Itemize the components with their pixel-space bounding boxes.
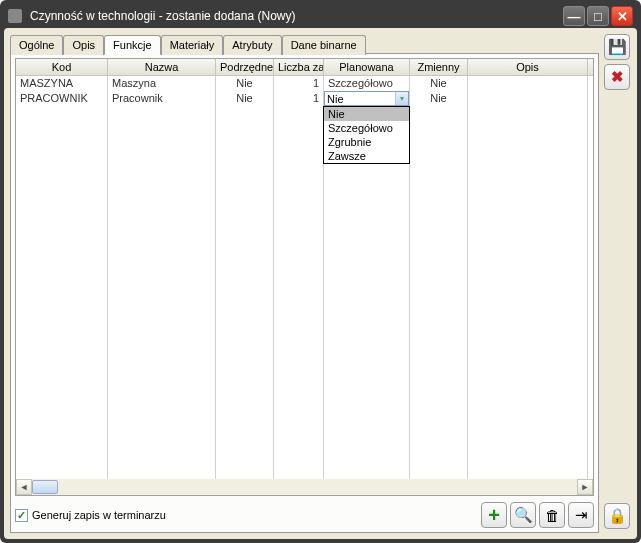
grid: Kod Nazwa Podrzędne Liczba zas Planowana…	[15, 58, 594, 496]
tab-atrybuty[interactable]: Atrybuty	[223, 35, 281, 55]
cell-nazwa[interactable]: Pracownik	[108, 91, 215, 106]
tab-dane-binarne[interactable]: Dane binarne	[282, 35, 366, 55]
chevron-down-icon[interactable]: ▾	[395, 92, 408, 105]
tab-strip: Ogólne Opis Funkcje Materiały Atrybuty D…	[10, 34, 599, 54]
minimize-button[interactable]: —	[563, 6, 585, 26]
checkbox-label: Generuj zapis w terminarzu	[32, 509, 166, 521]
dropdown-value: Nie	[327, 93, 395, 105]
bottom-row: ✓ Generuj zapis w terminarzu + 🔍 🗑 ⇥	[15, 502, 594, 528]
cell-kod[interactable]: MASZYNA	[16, 76, 107, 91]
col-header-planowana[interactable]: Planowana	[324, 59, 410, 75]
col-header-nazwa[interactable]: Nazwa	[108, 59, 216, 75]
tab-funkcje[interactable]: Funkcje	[104, 35, 161, 55]
client-area: Ogólne Opis Funkcje Materiały Atrybuty D…	[4, 28, 637, 539]
col-header-opis[interactable]: Opis	[468, 59, 588, 75]
cell-podrzedne[interactable]: Nie	[216, 76, 273, 91]
grid-header: Kod Nazwa Podrzędne Liczba zas Planowana…	[16, 59, 593, 76]
close-button[interactable]: ✕	[611, 6, 633, 26]
col-header-liczba[interactable]: Liczba zas	[274, 59, 324, 75]
tab-panel: Kod Nazwa Podrzędne Liczba zas Planowana…	[10, 53, 599, 533]
dropdown-option[interactable]: Nie	[324, 107, 409, 121]
save-button[interactable]: 💾	[604, 34, 630, 60]
add-button[interactable]: +	[481, 502, 507, 528]
titlebar: Czynność w technologii - zostanie dodana…	[4, 4, 637, 28]
dropdown-option[interactable]: Zawsze	[324, 149, 409, 163]
cell-nazwa[interactable]: Maszyna	[108, 76, 215, 91]
col-header-kod[interactable]: Kod	[16, 59, 108, 75]
tab-ogolne[interactable]: Ogólne	[10, 35, 63, 55]
cell-planowana[interactable]: Szczegółowo	[324, 76, 409, 91]
scroll-right-icon[interactable]: ►	[577, 479, 593, 495]
scroll-left-icon[interactable]: ◄	[16, 479, 32, 495]
tab-materialy[interactable]: Materiały	[161, 35, 224, 55]
cancel-button[interactable]: ✖	[604, 64, 630, 90]
window-title: Czynność w technologii - zostanie dodana…	[26, 9, 563, 23]
dropdown-option[interactable]: Szczegółowo	[324, 121, 409, 135]
cell-kod[interactable]: PRACOWNIK	[16, 91, 107, 106]
cell-zmienny[interactable]: Nie	[410, 76, 467, 91]
cell-opis[interactable]	[468, 91, 587, 106]
dropdown-list: Nie Szczegółowo Zgrubnie Zawsze	[323, 106, 410, 164]
tab-opis[interactable]: Opis	[63, 35, 104, 55]
cell-liczba[interactable]: 1	[274, 91, 323, 106]
grid-body: MASZYNA PRACOWNIK Maszyna Pracownik Nie …	[16, 76, 593, 479]
side-toolbar: 💾 ✖ 🔒	[603, 34, 631, 533]
lock-button[interactable]: 🔒	[604, 503, 630, 529]
col-header-zmienny[interactable]: Zmienny	[410, 59, 468, 75]
search-button[interactable]: 🔍	[510, 502, 536, 528]
cell-planowana-dropdown[interactable]: Nie ▾	[324, 91, 409, 106]
cell-opis[interactable]	[468, 76, 587, 91]
delete-button[interactable]: 🗑	[539, 502, 565, 528]
cell-liczba[interactable]: 1	[274, 76, 323, 91]
cell-podrzedne[interactable]: Nie	[216, 91, 273, 106]
checkbox-box: ✓	[15, 509, 28, 522]
dropdown-option[interactable]: Zgrubnie	[324, 135, 409, 149]
generate-schedule-checkbox[interactable]: ✓ Generuj zapis w terminarzu	[15, 509, 166, 522]
window: Czynność w technologii - zostanie dodana…	[0, 0, 641, 543]
maximize-button[interactable]: □	[587, 6, 609, 26]
cell-zmienny[interactable]: Nie	[410, 91, 467, 106]
scroll-thumb[interactable]	[32, 480, 58, 494]
insert-button[interactable]: ⇥	[568, 502, 594, 528]
col-header-podrzedne[interactable]: Podrzędne	[216, 59, 274, 75]
scroll-track[interactable]	[32, 479, 577, 495]
app-icon	[8, 9, 22, 23]
horizontal-scrollbar[interactable]: ◄ ►	[16, 479, 593, 495]
